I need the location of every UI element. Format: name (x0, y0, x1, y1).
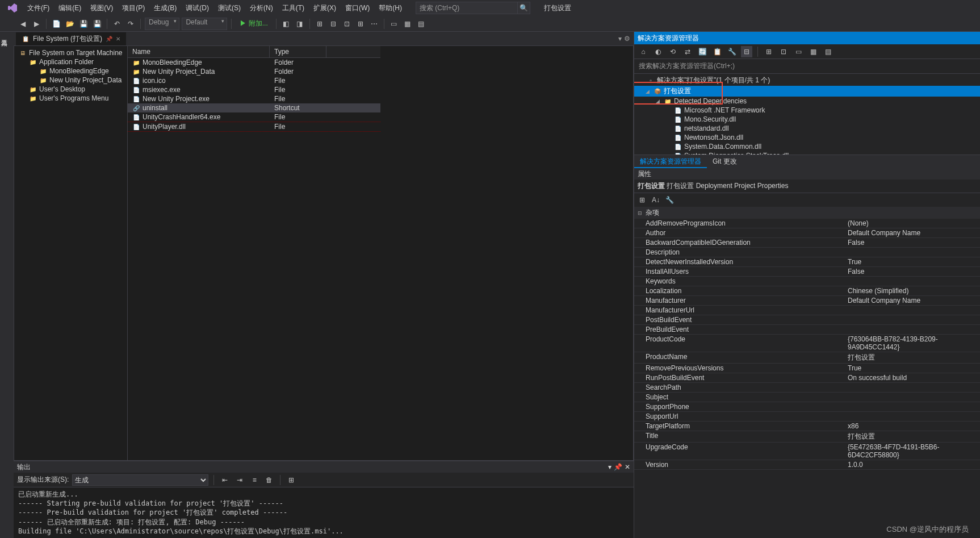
menu-item[interactable]: 扩展(X) (309, 2, 341, 14)
fs-file-row[interactable]: 🔗uninstallShortcut (128, 103, 380, 112)
property-row[interactable]: Description (634, 248, 980, 257)
fs-file-row[interactable]: 📄icon.icoFile (128, 76, 380, 85)
tool-icon[interactable]: ◨ (294, 18, 305, 30)
property-row[interactable]: ProductCode{763064BB-B782-4139-B209-9A9D… (634, 335, 980, 352)
search-icon[interactable]: 🔍 (518, 2, 530, 14)
menu-item[interactable]: 生成(B) (149, 2, 181, 14)
fs-tree-node[interactable]: 📁New Unity Project_Data (14, 76, 127, 85)
tool-icon[interactable]: ⊡ (778, 46, 789, 57)
properties-category[interactable]: ⊟ 杂项 (634, 207, 980, 219)
column-type[interactable]: Type (270, 46, 326, 57)
tool-icon[interactable]: ⊟ (741, 46, 752, 57)
output-source-dropdown[interactable]: 生成 (72, 474, 208, 486)
refresh-icon[interactable]: 🔄 (697, 46, 708, 57)
properties-grid[interactable]: ⊟ 杂项 AddRemoveProgramsIcon(None)AuthorDe… (634, 207, 980, 538)
fs-file-row[interactable]: 📄msiexec.exeFile (128, 85, 380, 94)
doc-tab-filesystem[interactable]: 📋 File System (打包设置) 📌 ✕ (16, 32, 126, 45)
tool-icon[interactable]: ⟲ (667, 46, 679, 57)
config-dropdown[interactable]: Debug (145, 18, 179, 30)
menu-item[interactable]: 分析(N) (245, 2, 278, 14)
toolbox-rail[interactable]: 工具箱 (0, 32, 14, 538)
tool-icon[interactable]: ⊞ (314, 18, 325, 30)
tab-solution-explorer[interactable]: 解决方案资源管理器 (634, 155, 707, 168)
property-row[interactable]: UpgradeCode{5E47263B-4F7D-4191-B5B6-6D4C… (634, 443, 980, 460)
menu-item[interactable]: 窗口(W) (341, 2, 374, 14)
solution-tree-node[interactable]: 📄System.Data.Common.dll (634, 142, 980, 151)
solution-tree-node[interactable]: 📄Microsoft .NET Framework (634, 106, 980, 115)
wrench-icon[interactable]: 🔧 (726, 46, 738, 57)
solution-tree-node[interactable]: 📄Mono.Security.dll (634, 115, 980, 124)
clear-icon[interactable]: 🗑 (263, 474, 275, 486)
open-icon[interactable]: 📂 (64, 18, 76, 30)
categorize-icon[interactable]: ⊞ (636, 194, 648, 206)
close-icon[interactable]: ✕ (625, 463, 630, 471)
tool-icon[interactable]: ▦ (402, 18, 413, 30)
tool-icon[interactable]: ≡ (249, 474, 260, 486)
property-row[interactable]: SupportUrl (634, 412, 980, 422)
property-row[interactable]: Version1.0.0 (634, 460, 980, 470)
tool-icon[interactable]: ⇥ (234, 474, 245, 486)
menu-item[interactable]: 帮助(H) (374, 2, 407, 14)
fs-tree-node[interactable]: 🖥File System on Target Machine (14, 48, 127, 57)
property-row[interactable]: AddRemoveProgramsIcon(None) (634, 219, 980, 228)
tab-git-changes[interactable]: Git 更改 (707, 155, 743, 168)
home-icon[interactable]: ⌂ (638, 46, 649, 57)
tab-dropdown-icon[interactable]: ▾ (618, 35, 622, 43)
property-row[interactable]: Subject (634, 393, 980, 402)
solution-tree-node[interactable]: ◢📁Detected Dependencies (634, 97, 980, 106)
property-row[interactable]: RemovePreviousVersionsTrue (634, 364, 980, 373)
property-row[interactable]: RunPostBuildEventOn successful build (634, 373, 980, 383)
sync-icon[interactable]: ⇄ (682, 46, 693, 57)
menu-item[interactable]: 视图(V) (86, 2, 118, 14)
property-row[interactable]: InstallAllUsersFalse (634, 267, 980, 277)
tool-icon[interactable]: ◧ (280, 18, 292, 30)
fs-tree[interactable]: 🖥File System on Target Machine📁Applicati… (14, 46, 128, 460)
start-button[interactable]: ▶ 附加... (236, 18, 271, 30)
redo-icon[interactable]: ↷ (125, 18, 136, 30)
tool-icon[interactable]: 📋 (711, 46, 723, 57)
menu-item[interactable]: 调试(D) (181, 2, 213, 14)
solution-tree-node[interactable]: ◢📦打包设置 (634, 86, 980, 97)
fs-file-row[interactable]: 📄UnityCrashHandler64.exeFile (128, 112, 380, 122)
menu-item[interactable]: 编辑(E) (54, 2, 86, 14)
fs-tree-node[interactable]: 📁MonoBleedingEdge (14, 66, 127, 76)
tool-icon[interactable]: ▭ (388, 18, 400, 30)
tool-icon[interactable]: ▤ (822, 46, 834, 57)
menu-item[interactable]: 工具(T) (278, 2, 309, 14)
properties-object-selector[interactable]: 打包设置 打包设置 Deployment Project Properties … (634, 180, 980, 193)
solution-search-input[interactable]: 搜索解决方案资源管理器(Ctrl+;) (634, 59, 980, 74)
fs-file-row[interactable]: 📄UnityPlayer.dllFile (128, 122, 380, 132)
sort-icon[interactable]: A↓ (650, 194, 661, 206)
property-row[interactable]: PreBuildEvent (634, 325, 980, 335)
tool-icon[interactable]: ⋯ (368, 18, 380, 30)
property-row[interactable]: TargetPlatformx86 (634, 422, 980, 431)
property-row[interactable]: DetectNewerInstalledVersionTrue (634, 257, 980, 267)
property-row[interactable]: ManufacturerUrl (634, 306, 980, 315)
fs-tree-node[interactable]: 📁User's Programs Menu (14, 94, 127, 103)
nav-fwd-icon[interactable]: ▶ (31, 18, 42, 30)
fs-file-row[interactable]: 📁MonoBleedingEdgeFolder (128, 58, 380, 67)
fs-file-row[interactable]: 📄New Unity Project.exeFile (128, 94, 380, 103)
nav-back-icon[interactable]: ◀ (17, 18, 28, 30)
fs-tree-node[interactable]: 📁Application Folder (14, 57, 127, 66)
solution-tree-node[interactable]: 📄Newtonsoft.Json.dll (634, 133, 980, 142)
property-row[interactable]: BackwardCompatibleIDGenerationFalse (634, 238, 980, 248)
close-icon[interactable]: ✕ (116, 36, 120, 42)
tool-icon[interactable]: ⊟ (328, 18, 339, 30)
menu-item[interactable]: 测试(S) (213, 2, 245, 14)
solution-tree[interactable]: ▫解决方案"打包设置"(1 个项目/共 1 个)◢📦打包设置◢📁Detected… (634, 74, 980, 155)
solution-tree-node[interactable]: 📄netstandard.dll (634, 124, 980, 133)
property-row[interactable]: ManufacturerDefault Company Name (634, 296, 980, 306)
property-row[interactable]: Title打包设置 (634, 431, 980, 443)
fs-tree-node[interactable]: 📁User's Desktop (14, 85, 127, 94)
property-row[interactable]: LocalizationChinese (Simplified) (634, 286, 980, 296)
tool-icon[interactable]: ⊞ (286, 474, 297, 486)
solution-tree-node[interactable]: 📄System.Diagnostics.StackTrace.dll (634, 151, 980, 155)
wrench-icon[interactable]: 🔧 (664, 194, 675, 206)
pin-icon[interactable]: 📌 (106, 36, 112, 42)
property-row[interactable]: PostBuildEvent (634, 315, 980, 325)
fs-file-row[interactable]: 📁New Unity Project_DataFolder (128, 67, 380, 76)
tool-icon[interactable]: ⇤ (219, 474, 231, 486)
tool-icon[interactable]: ⊞ (763, 46, 774, 57)
platform-dropdown[interactable]: Default (182, 18, 227, 30)
